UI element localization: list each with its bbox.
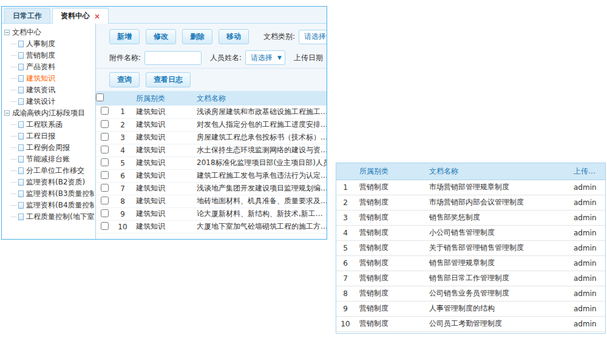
close-icon[interactable]: ×	[94, 12, 100, 21]
person-label: 人员姓名:	[210, 53, 242, 63]
table-row[interactable]: 2 营销制度 市场营销部内部会议管理制度 admin	[336, 195, 605, 210]
row-doc-name: 大厦地下室加气砼墙砌筑工程的施工方…	[193, 220, 327, 233]
tree-item[interactable]: − 工程质量控制(地下室)	[4, 211, 94, 223]
tree-item[interactable]: − 文档中心	[4, 27, 94, 38]
tree-item[interactable]: − 产品资料	[4, 61, 94, 73]
window-body: − 文档中心 − 人事制度 − 营销制度 − 产品资料 −	[2, 24, 327, 239]
row-category: 建筑知识	[132, 144, 193, 157]
document-icon	[18, 87, 24, 93]
tree-item[interactable]: − 监理资料(B2资质)	[4, 177, 94, 188]
document-icon	[18, 133, 24, 140]
row-uploader: admin	[569, 316, 605, 331]
action-row: 新增 修改 删除 移动 文档类别: 请选择 ▼ 文档	[96, 26, 327, 47]
table-row[interactable]: 2 建筑知识 对发包人指定分包的工程施工进度安排…	[96, 118, 327, 131]
table-row[interactable]: 8 营销制度 公司销售业务员管理制度 admin	[336, 286, 605, 301]
index-header	[336, 163, 354, 180]
row-checkbox[interactable]	[101, 197, 109, 204]
row-uploader: admin	[569, 301, 605, 316]
row-checkbox[interactable]	[101, 171, 109, 179]
row-checkbox[interactable]	[101, 107, 109, 115]
tree-item[interactable]: − 监理资料(B3质量控制)	[4, 188, 94, 200]
table-row[interactable]: 1 建筑知识 浅谈房屋建筑和市政基础设施工程施工…	[96, 106, 327, 118]
uploader-header: 上传…	[569, 163, 605, 180]
row-checkbox[interactable]	[101, 133, 109, 141]
row-category: 营销制度	[354, 195, 424, 210]
row-checkbox[interactable]	[101, 120, 109, 128]
tree-item[interactable]: − 建筑设计	[4, 96, 94, 107]
delete-button[interactable]: 删除	[182, 29, 212, 44]
row-checkbox[interactable]	[101, 184, 109, 192]
table-row[interactable]: 10 建筑知识 大厦地下室加气砼墙砌筑工程的施工方…	[96, 220, 327, 233]
row-number: 3	[113, 131, 132, 144]
tree-item[interactable]: − 人事制度	[4, 38, 94, 50]
tree-item[interactable]: − 工程联系函	[4, 119, 94, 130]
tree-item-label: 监理资料(B3质量控制)	[26, 189, 94, 199]
tree-item[interactable]: − 工程日报	[4, 130, 94, 142]
table-row[interactable]: 5 营销制度 关于销售部管理销售管理制度 admin	[336, 240, 605, 255]
row-uploader: admin	[569, 180, 605, 195]
name-header: 文档名称	[193, 91, 327, 106]
tree-item[interactable]: − 建筑资讯	[4, 84, 94, 96]
collapse-icon[interactable]: −	[4, 30, 10, 35]
tree-item[interactable]: − 监理资料(B4质量控制)	[4, 200, 94, 211]
move-button[interactable]: 移动	[219, 29, 249, 44]
row-category: 建筑知识	[132, 207, 193, 220]
edit-button[interactable]: 修改	[146, 29, 176, 44]
tree-item[interactable]: − 节能减排台账	[4, 153, 94, 165]
table-row[interactable]: 4 建筑知识 水土保持生态环境监测网络的建设与资…	[96, 144, 327, 157]
row-number: 8	[336, 286, 354, 301]
tree-item[interactable]: − 成渝高铁内江标段项目	[4, 107, 94, 119]
collapse-icon[interactable]: −	[4, 110, 10, 116]
table-row[interactable]: 8 建筑知识 地砖地面材料、机具准备、质量要求及…	[96, 195, 327, 207]
table-row[interactable]: 7 建筑知识 浅谈地产集团开发建设项目监理规划编…	[96, 182, 327, 195]
add-button[interactable]: 新增	[109, 29, 140, 44]
name-header: 文档名称	[424, 163, 569, 180]
documents-table: 所属别类 文档名称 1 建筑知识 浅谈房屋建筑和市政基础设施工程施工… 2	[96, 91, 327, 234]
table-row[interactable]: 9 营销制度 人事管理制度的结构 admin	[336, 301, 605, 316]
row-category: 营销制度	[354, 301, 424, 316]
table-row[interactable]: 3 营销制度 销售部奖惩制度 admin	[336, 210, 605, 225]
table-row[interactable]: 10 营销制度 公司员工考勤管理制度 admin	[336, 316, 605, 331]
row-checkbox[interactable]	[101, 158, 109, 166]
tree-item[interactable]: − 工程例会周报	[4, 142, 94, 153]
tab[interactable]: 资料中心 ×	[52, 8, 109, 24]
tree-item-label: 成渝高铁内江标段项目	[12, 108, 85, 118]
row-doc-name: 关于销售部管理销售管理制度	[424, 240, 569, 255]
index-header	[113, 91, 132, 106]
tree-item-label: 监理资料(B4质量控制)	[26, 200, 94, 211]
person-select[interactable]: 请选择 ▼	[245, 50, 285, 65]
row-category: 营销制度	[354, 180, 424, 195]
table-row[interactable]: 4 营销制度 小公司销售管理制度 admin	[336, 225, 605, 240]
document-icon	[18, 167, 24, 174]
row-checkbox[interactable]	[101, 146, 109, 153]
table-row[interactable]: 3 建筑知识 房屋建筑工程总承包投标书（技术标）…	[96, 131, 327, 144]
tree-item-label: 节能减排台账	[26, 154, 70, 164]
table-row[interactable]: 5 建筑知识 2018标准化监理项目部(业主项目部)人员…	[96, 157, 327, 169]
tree-item-label: 人事制度	[26, 39, 55, 49]
row-doc-name: 浅谈地产集团开发建设项目监理规划编…	[193, 182, 327, 195]
tree-item-label: 工程联系函	[26, 120, 63, 130]
row-doc-name: 房屋建筑工程总承包投标书（技术标）…	[193, 131, 327, 144]
attachment-name-input[interactable]	[144, 51, 202, 65]
table-row[interactable]: 6 营销制度 销售部管理规章制度 admin	[336, 255, 605, 271]
query-button[interactable]: 查询	[109, 72, 140, 87]
row-category: 营销制度	[354, 316, 424, 331]
row-checkbox[interactable]	[101, 209, 109, 217]
view-log-button[interactable]: 查看日志	[146, 72, 191, 87]
tree-item[interactable]: − 建筑知识	[4, 73, 94, 84]
tree-item[interactable]: − 营销制度	[4, 50, 94, 61]
row-checkbox[interactable]	[101, 222, 109, 230]
select-all-checkbox[interactable]	[96, 93, 104, 101]
row-number: 6	[336, 255, 354, 271]
tab[interactable]: 日常工作 ×	[4, 8, 50, 23]
side-table-header-row: 所属别类 文档名称 上传…	[336, 163, 605, 180]
category-select[interactable]: 请选择 ▼	[299, 30, 327, 44]
table-row[interactable]: 9 建筑知识 论大厦新材料、新结构、新技术,新工…	[96, 207, 327, 220]
tree-item[interactable]: − 分工单位工作移交	[4, 165, 94, 177]
table-row[interactable]: 7 营销制度 销售部日常工作管理制度 admin	[336, 271, 605, 286]
row-number: 7	[113, 182, 132, 195]
row-category: 建筑知识	[132, 182, 193, 195]
table-row[interactable]: 1 营销制度 市场营销部管理规章制度 admin	[336, 180, 605, 195]
table-row[interactable]: 6 建筑知识 建筑工程施工发包与承包违法行为认定…	[96, 169, 327, 182]
secondary-table-panel: 所属别类 文档名称 上传… 1 营销制度 市场营销部管理规章制度 admin 2…	[336, 163, 606, 334]
